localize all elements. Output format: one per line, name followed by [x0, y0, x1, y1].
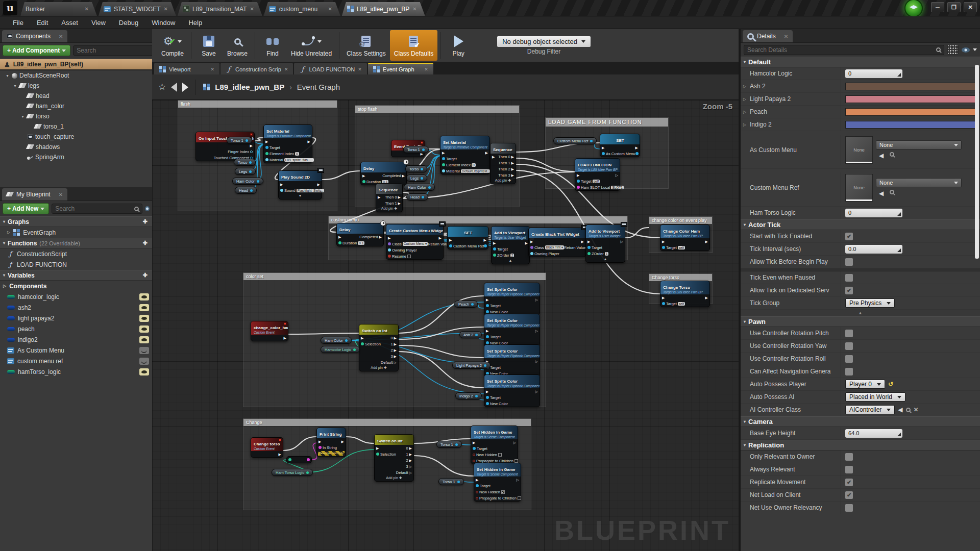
pin-checkbox[interactable]: [514, 459, 518, 463]
tab-my-blueprint[interactable]: My Blueprint✕: [2, 188, 67, 201]
dropdown-caret-icon[interactable]: [317, 40, 322, 43]
cyan-pin-icon[interactable]: [442, 169, 445, 172]
exec-pin-icon[interactable]: ▶: [341, 440, 344, 443]
exec-pin-icon[interactable]: ▶: [485, 151, 488, 155]
node-footer[interactable]: ▼: [279, 193, 322, 199]
purple-pin-icon[interactable]: [530, 246, 533, 249]
node-footer[interactable]: Add pin ✚: [491, 178, 516, 184]
exec-pin-icon[interactable]: ▶: [317, 183, 320, 186]
asset-dropdown[interactable]: None: [876, 140, 962, 149]
graph-tab-load-function[interactable]: ƒLOAD FUNCTION✕: [294, 63, 366, 74]
hide-unrelated-button[interactable]: Hide Unrelated: [287, 30, 336, 61]
component-row-shadows[interactable]: shadows: [0, 142, 152, 152]
node-setmat1[interactable]: Set MaterialTarget is Primitive Componen…: [263, 124, 312, 163]
green-pin-icon[interactable]: [587, 252, 591, 255]
node-blacktint[interactable]: Create Black Tint Widget▶▶ClassBlack Tin…: [528, 228, 586, 257]
exec-pin-icon[interactable]: ▶: [394, 355, 397, 358]
checkbox[interactable]: [845, 342, 853, 350]
browse-icon[interactable]: [890, 152, 894, 157]
details-section-default[interactable]: ▾Default: [741, 57, 980, 67]
section-graphs[interactable]: ▾Graphs✚: [0, 216, 152, 227]
node-switch2[interactable]: Switch on Int▶0▶Selection1▶2▶3▷Default▷A…: [374, 434, 414, 482]
section-add-icon[interactable]: ✚: [141, 218, 149, 225]
exec-pin-icon[interactable]: ▶: [409, 459, 412, 462]
exec-pin-icon[interactable]: ▷: [535, 390, 538, 393]
node-delay1[interactable]: Delay▶Completed▶Duration0.1: [360, 162, 407, 185]
blue-pin-icon[interactable]: [590, 140, 593, 142]
cyan-pin-icon[interactable]: [388, 248, 391, 252]
use-selected-icon[interactable]: ◀: [879, 190, 884, 197]
exec-pin-icon[interactable]: ▶: [492, 155, 495, 159]
details-section-camera[interactable]: ▾Camera: [741, 416, 980, 427]
eye-open-icon[interactable]: [139, 315, 149, 322]
exec-pin-icon[interactable]: ▶: [398, 195, 401, 199]
dropdown[interactable]: AIController: [845, 405, 895, 414]
blue-pin-icon[interactable]: [471, 303, 474, 306]
exec-pin-icon[interactable]: ▶: [338, 235, 341, 239]
node-callct[interactable]: Change TorsoTarget is L89 idlee Pwn BP▶▶…: [660, 281, 710, 307]
asset-thumbnail[interactable]: None: [845, 136, 873, 164]
eye-open-icon[interactable]: [139, 325, 149, 333]
blue-pin-icon[interactable]: [257, 180, 259, 183]
variable-pill-legs[interactable]: Legs: [235, 168, 256, 175]
find-button[interactable]: Find: [258, 30, 287, 61]
exec-pin-icon[interactable]: ▶: [662, 240, 665, 243]
exec-pin-icon[interactable]: ▶: [486, 298, 488, 302]
exec-pin-icon[interactable]: ▷: [535, 298, 538, 302]
eye-closed-icon[interactable]: [139, 358, 149, 365]
reset-to-default-icon[interactable]: ↺: [888, 381, 893, 388]
pin-value[interactable]: DefaultLitSpriteM..: [461, 169, 490, 173]
variable-pill-legs[interactable]: Legs: [406, 174, 427, 182]
green-pin-icon[interactable]: [376, 453, 379, 456]
variable-pill-hamcolor-logic[interactable]: Hamcolor Logic: [321, 346, 360, 353]
details-section-replication[interactable]: ▾Replication: [741, 440, 980, 450]
tab-close-icon[interactable]: ✕: [284, 67, 288, 72]
node-setmat2[interactable]: Set MaterialTarget is Primitive Componen…: [440, 136, 490, 174]
section-caret-icon[interactable]: ▾: [3, 241, 5, 245]
red-pin-icon[interactable]: [476, 491, 478, 493]
dropdown-caret-icon[interactable]: [973, 48, 977, 51]
pin-value[interactable]: self: [678, 302, 685, 306]
component-row-defaultsceneroot[interactable]: ▾DefaultSceneRoot: [0, 70, 152, 81]
expander-icon[interactable]: ▷: [743, 84, 746, 89]
blueprint-item-peach[interactable]: peach: [0, 323, 152, 334]
blue-pin-icon[interactable]: [484, 244, 487, 247]
green-pin-icon[interactable]: [288, 458, 291, 461]
details-section-pawn[interactable]: ▾Pawn: [741, 316, 980, 327]
blue-pin-icon[interactable]: [421, 168, 423, 170]
eye-open-icon[interactable]: [139, 293, 149, 300]
variable-pill-ham-color[interactable]: Ham Color: [232, 178, 263, 185]
exec-pin-icon[interactable]: ▷: [616, 173, 618, 177]
variable-pill-head[interactable]: Head: [235, 187, 257, 194]
blue-pin-icon[interactable]: [265, 146, 268, 149]
section-variables[interactable]: ▾Variables✚: [0, 270, 152, 281]
red-pin-icon[interactable]: [473, 454, 475, 456]
menu-debug[interactable]: Debug: [112, 19, 145, 27]
node-footer[interactable]: Add pin ✚: [375, 475, 413, 481]
menu-help[interactable]: Help: [182, 19, 209, 27]
tab-close-icon[interactable]: ✕: [164, 6, 168, 12]
use-selected-icon[interactable]: ◀: [898, 406, 902, 413]
add-new-button[interactable]: + Add New: [3, 203, 49, 214]
eye-closed-icon[interactable]: [139, 347, 149, 354]
exec-pin-icon[interactable]: ▶: [581, 240, 584, 243]
blueprint-item-as-custom-menu[interactable]: As Custom Menu: [0, 345, 152, 356]
blue-pin-icon[interactable]: [473, 447, 476, 450]
tab-close-icon[interactable]: ✕: [85, 6, 89, 12]
dropdown[interactable]: Placed in World: [845, 392, 905, 402]
tab-close-icon[interactable]: ✕: [210, 67, 214, 72]
display-filter-icon[interactable]: [947, 45, 959, 55]
exec-pin-icon[interactable]: ▶: [279, 453, 281, 456]
breadcrumb-current[interactable]: Event Graph: [297, 83, 340, 91]
debug-object-dropdown[interactable]: No debug object selected: [497, 36, 591, 47]
blueprint-item-light-papaya2[interactable]: light papaya2: [0, 313, 152, 323]
exec-pin-icon[interactable]: ▶: [449, 238, 452, 242]
blue-pin-icon[interactable]: [249, 170, 252, 173]
section-functions[interactable]: ▾Functions(22 Overridable)✚: [0, 238, 152, 248]
component-row-head[interactable]: head: [0, 91, 152, 101]
visibility-filter-icon[interactable]: [145, 206, 150, 211]
blue-pin-icon[interactable]: [577, 180, 580, 183]
variable-pill-peach[interactable]: Peach: [454, 300, 478, 308]
blue-pin-icon[interactable]: [422, 148, 425, 151]
browse-icon[interactable]: [890, 190, 894, 194]
